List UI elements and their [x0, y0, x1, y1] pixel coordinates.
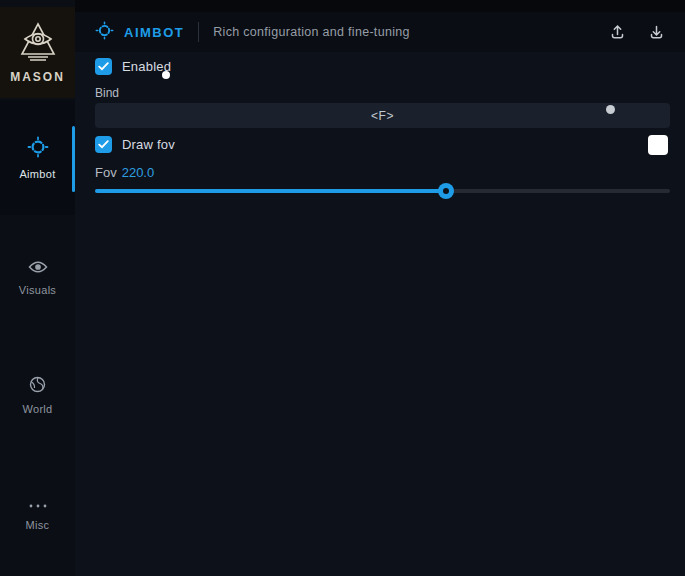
- check-icon: [98, 62, 109, 71]
- mason-app-window: MASON Aimbot Visuals: [0, 0, 685, 576]
- sidebar-item-label: Aimbot: [19, 168, 55, 180]
- draw-fov-checkbox[interactable]: [95, 136, 112, 153]
- fov-row: Fov220.0: [95, 165, 154, 180]
- enabled-row: Enabled: [95, 58, 171, 75]
- top-strip: [75, 0, 685, 12]
- dots-icon: [28, 495, 48, 513]
- slider-handle-hole: [443, 188, 449, 194]
- crosshair-icon: [95, 21, 114, 44]
- fov-value: 220.0: [122, 165, 155, 180]
- sidebar-item-world[interactable]: World: [0, 372, 75, 418]
- upload-config-button[interactable]: [605, 20, 630, 45]
- logo: MASON: [0, 7, 75, 98]
- globe-icon: [29, 376, 46, 397]
- page-header: AIMBOT Rich configuration and fine-tunin…: [75, 12, 685, 52]
- bind-input[interactable]: <F>: [95, 103, 670, 128]
- page-subtitle: Rich configuration and fine-tuning: [213, 25, 409, 39]
- header-divider: [198, 22, 199, 42]
- fov-color-swatch[interactable]: [648, 135, 668, 155]
- mouse-cursor-dot: [162, 71, 170, 79]
- logo-title: MASON: [10, 70, 65, 84]
- check-icon: [98, 140, 109, 149]
- active-indicator-bar: [72, 126, 75, 192]
- draw-fov-row: Draw fov: [95, 136, 175, 153]
- sidebar: MASON Aimbot Visuals: [0, 0, 75, 576]
- bind-value: <F>: [371, 109, 394, 123]
- enabled-checkbox[interactable]: [95, 58, 112, 75]
- page-title: AIMBOT: [124, 25, 184, 40]
- slider-fill: [95, 189, 446, 193]
- pyramid-eye-icon: [16, 21, 60, 67]
- main-panel: AIMBOT Rich configuration and fine-tunin…: [75, 0, 685, 576]
- sidebar-item-label: Visuals: [19, 284, 56, 296]
- draw-fov-label: Draw fov: [122, 137, 175, 152]
- bind-label: Bind: [95, 86, 119, 100]
- drag-handle-dot[interactable]: [606, 105, 615, 114]
- slider-handle[interactable]: [438, 183, 454, 199]
- fov-label: Fov: [95, 165, 117, 180]
- sidebar-item-misc[interactable]: Misc: [0, 490, 75, 536]
- eye-icon: [28, 260, 48, 278]
- download-config-button[interactable]: [644, 20, 669, 45]
- fov-slider[interactable]: [95, 186, 670, 196]
- sidebar-item-aimbot[interactable]: Aimbot: [0, 100, 75, 215]
- crosshair-icon: [27, 136, 49, 162]
- sidebar-item-visuals[interactable]: Visuals: [0, 255, 75, 301]
- sidebar-item-label: Misc: [26, 519, 50, 531]
- sidebar-item-label: World: [22, 403, 52, 415]
